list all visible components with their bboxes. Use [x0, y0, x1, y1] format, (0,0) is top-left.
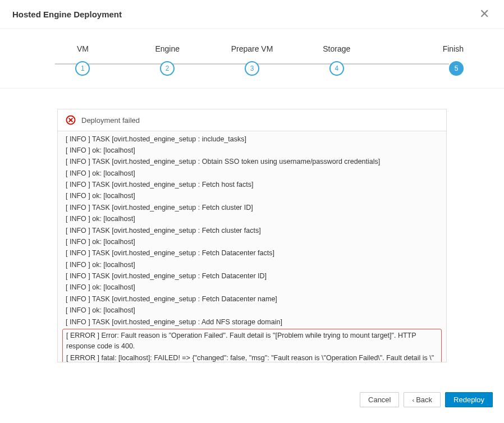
- log-line: [ INFO ] TASK [ovirt.hosted_engine_setup…: [66, 293, 438, 305]
- log-line: [ INFO ] TASK [ovirt.hosted_engine_setup…: [66, 225, 438, 236]
- step-label: Engine: [155, 44, 180, 53]
- dialog-title: Hosted Engine Deployment: [12, 10, 122, 19]
- wizard-step-storage[interactable]: Storage 4: [294, 44, 379, 76]
- dialog-header: Hosted Engine Deployment ✕: [0, 0, 504, 29]
- log-error-line: [ ERROR ] fatal: [localhost]: FAILED! =>…: [66, 352, 438, 362]
- log-line: [ INFO ] TASK [ovirt.hosted_engine_setup…: [66, 180, 438, 191]
- log-line: [ INFO ] ok: [localhost]: [66, 282, 438, 293]
- redeploy-button[interactable]: Redeploy: [445, 392, 493, 407]
- close-button[interactable]: ✕: [477, 8, 492, 20]
- wizard-step-vm[interactable]: VM 1: [40, 44, 125, 76]
- wizard-step-engine[interactable]: Engine 2: [125, 44, 210, 76]
- cancel-button[interactable]: Cancel: [360, 392, 399, 407]
- log-line: [ INFO ] ok: [localhost]: [66, 305, 438, 316]
- step-label: Prepare VM: [231, 44, 273, 53]
- wizard-steps: VM 1 Engine 2 Prepare VM 3 Storage 4 Fin…: [0, 29, 504, 89]
- content-area: Deployment failed [ INFO ] TASK [ovirt.h…: [0, 89, 504, 362]
- step-circle: 1: [75, 61, 90, 76]
- chevron-left-icon: ‹: [412, 397, 414, 403]
- error-highlight-box: [ ERROR ] Error: Fault reason is "Operat…: [62, 329, 442, 362]
- log-line: [ INFO ] ok: [localhost]: [66, 236, 438, 247]
- wizard-step-finish[interactable]: Finish 5: [379, 44, 464, 76]
- step-circle: 4: [329, 61, 344, 76]
- step-label: Finish: [443, 44, 464, 53]
- log-line: [ INFO ] TASK [ovirt.hosted_engine_setup…: [66, 248, 438, 259]
- log-line: [ INFO ] ok: [localhost]: [66, 168, 438, 179]
- close-icon: ✕: [479, 7, 489, 21]
- back-button-label: Back: [416, 396, 432, 404]
- log-panel[interactable]: [ INFO ] TASK [ovirt.hosted_engine_setup…: [57, 131, 447, 362]
- log-line: [ INFO ] TASK [ovirt.hosted_engine_setup…: [66, 271, 438, 282]
- log-line: [ INFO ] ok: [localhost]: [66, 214, 438, 225]
- log-line: [ INFO ] TASK [ovirt.hosted_engine_setup…: [66, 134, 438, 145]
- step-circle: 5: [449, 61, 464, 76]
- log-line: [ INFO ] ok: [localhost]: [66, 191, 438, 202]
- log-line: [ INFO ] ok: [localhost]: [66, 145, 438, 156]
- log-line: [ INFO ] TASK [ovirt.hosted_engine_setup…: [66, 157, 438, 168]
- alert-message: Deployment failed: [81, 116, 140, 125]
- dialog-footer: Cancel ‹Back Redeploy: [360, 392, 493, 407]
- log-line: [ INFO ] TASK [ovirt.hosted_engine_setup…: [66, 202, 438, 213]
- step-label: VM: [77, 44, 89, 53]
- log-error-line: [ ERROR ] Error: Fault reason is "Operat…: [66, 330, 438, 352]
- alert-bar: Deployment failed: [57, 109, 447, 131]
- wizard-step-prepare-vm[interactable]: Prepare VM 3: [210, 44, 295, 76]
- step-label: Storage: [323, 44, 350, 53]
- step-circle: 2: [160, 61, 175, 76]
- back-button[interactable]: ‹Back: [404, 392, 441, 407]
- error-circle-icon: [66, 115, 76, 125]
- step-circle: 3: [245, 61, 259, 76]
- log-line: [ INFO ] TASK [ovirt.hosted_engine_setup…: [66, 316, 438, 328]
- log-line: [ INFO ] ok: [localhost]: [66, 259, 438, 270]
